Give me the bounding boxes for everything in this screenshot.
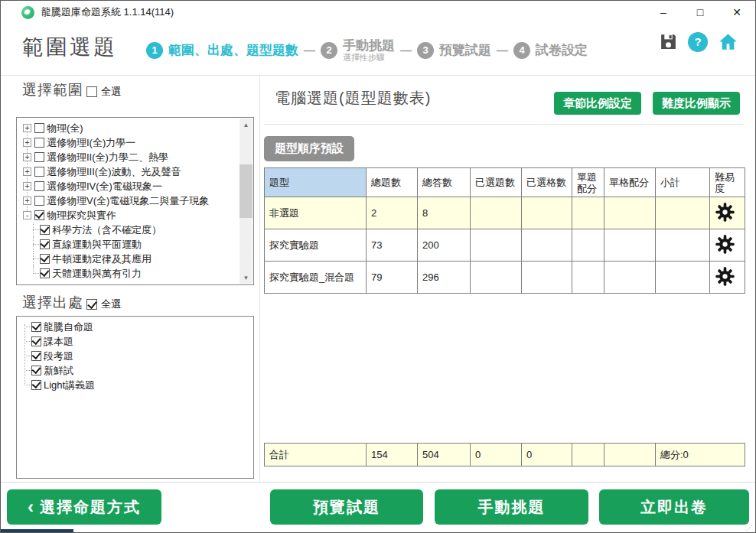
source-list-item[interactable]: 新鮮試 (18, 363, 238, 378)
scope-tree-item[interactable]: + 選修物理I(全)力學一 (20, 135, 238, 150)
cell-selected-cells[interactable] (522, 197, 572, 229)
tree-item-checkbox[interactable] (34, 123, 44, 133)
scope-tree-item[interactable]: + 選修物理II(全)力學二、熱學 (20, 150, 238, 164)
tree-item-checkbox[interactable] (34, 167, 44, 177)
scope-tree-item[interactable]: + 選修物理V(全)電磁現象二與量子現象 (20, 193, 238, 208)
source-item-checkbox[interactable] (31, 366, 41, 375)
gear-icon[interactable] (715, 234, 735, 255)
save-icon[interactable] (659, 32, 678, 51)
source-select-all-label: 全選 (101, 297, 121, 311)
main-separator (264, 124, 743, 125)
cell-selected-questions[interactable] (471, 262, 522, 294)
totals-selected-cells: 0 (522, 444, 572, 466)
column-header-selected-questions: 已選題數 (471, 168, 522, 197)
scope-tree-scrollbar[interactable]: ▲ ▼ (240, 119, 253, 284)
gear-icon[interactable] (715, 202, 735, 223)
back-to-mode-button[interactable]: ‹ 選擇命題方式 (7, 489, 161, 525)
scope-select-all-checkbox[interactable] (86, 86, 97, 97)
scope-tree-item[interactable]: + 選修物理IV(全)電磁現象一 (20, 179, 238, 193)
manual-pick-button[interactable]: 手動挑題 (435, 489, 588, 525)
tree-item-label: 選修物理II(全)力學二、熱學 (47, 151, 168, 164)
question-order-preset-button[interactable]: 題型順序預設 (264, 136, 354, 161)
scope-tree-item[interactable]: + 選修物理III(全)波動、光及聲音 (20, 164, 238, 179)
tree-item-label: 選修物理III(全)波動、光及聲音 (47, 165, 181, 179)
maximize-button[interactable]: □ (682, 1, 719, 24)
cell-selected-cells[interactable] (522, 262, 572, 294)
cell-points-per-question[interactable] (572, 197, 604, 229)
step-3[interactable]: 3 預覽試題 (417, 42, 491, 59)
generate-paper-button[interactable]: 立即出卷 (599, 489, 749, 525)
totals-points-per-cell (604, 444, 656, 466)
scope-tree-item[interactable]: + 物理(全) (20, 121, 238, 135)
cell-points-per-cell[interactable] (604, 262, 656, 294)
cell-points-per-question[interactable] (572, 262, 604, 294)
column-header-type[interactable]: 題型 (265, 168, 367, 197)
tree-item-checkbox[interactable] (34, 196, 44, 206)
help-icon[interactable]: ? (688, 32, 708, 52)
tree-item-checkbox[interactable] (40, 239, 50, 249)
scope-select-all[interactable]: 全選 (86, 85, 121, 99)
scroll-down-icon[interactable]: ▼ (240, 271, 253, 284)
source-list-item[interactable]: 段考題 (18, 349, 238, 363)
home-icon[interactable] (718, 31, 738, 52)
cell-selected-questions[interactable] (471, 197, 522, 229)
source-select-all[interactable]: 全選 (86, 297, 121, 311)
scope-tree-item[interactable]: 牛頓運動定律及其應用 (20, 252, 238, 266)
totals-row: 合計 154 504 0 0 總分:0 (265, 444, 745, 466)
bottom-separator (1, 482, 755, 483)
scroll-thumb[interactable] (240, 164, 253, 218)
source-item-checkbox[interactable] (31, 322, 41, 332)
tree-item-checkbox[interactable] (40, 268, 50, 278)
source-item-checkbox[interactable] (31, 380, 41, 390)
cell-selected-cells[interactable] (522, 229, 572, 262)
tree-item-checkbox[interactable] (34, 138, 44, 148)
scope-tree-item[interactable]: 科學方法（含不確定度） (20, 223, 238, 237)
step-4[interactable]: 4 試卷設定 (513, 42, 588, 59)
scope-tree: + 物理(全) + 選修物理I(全)力學一 + 選修物理II(全)力學二、熱學 … (16, 117, 254, 285)
expander-icon[interactable]: + (23, 138, 31, 147)
cell-points-per-cell[interactable] (604, 197, 656, 229)
expander-icon[interactable]: - (23, 211, 31, 219)
chapter-ratio-button[interactable]: 章節比例設定 (554, 92, 641, 115)
source-list-item[interactable]: 課本題 (18, 334, 238, 349)
cell-points-per-cell[interactable] (604, 229, 656, 262)
expander-icon[interactable]: + (23, 197, 31, 205)
cell-total-questions: 79 (367, 262, 418, 294)
source-item-checkbox[interactable] (31, 351, 41, 361)
step-2[interactable]: 2 手動挑題 選擇性步驟 (321, 38, 395, 62)
scope-tree-item[interactable]: 天體運動與萬有引力 (20, 266, 238, 281)
table-row: 非選題 2 8 (265, 197, 745, 229)
source-item-label: 課本題 (44, 335, 73, 349)
column-header-points-per-cell: 單格配分 (604, 168, 656, 197)
gear-icon[interactable] (715, 266, 735, 287)
preview-questions-button[interactable]: 預覽試題 (270, 489, 423, 525)
tree-item-checkbox[interactable] (34, 152, 44, 162)
tree-item-checkbox[interactable] (34, 181, 44, 191)
tree-item-checkbox[interactable] (40, 225, 50, 235)
difficulty-ratio-button[interactable]: 難度比例顯示 (653, 92, 740, 115)
expander-icon[interactable]: + (23, 153, 31, 161)
resize-grip[interactable]: ⋰ (746, 524, 753, 531)
source-item-checkbox[interactable] (31, 336, 41, 346)
source-select-all-checkbox[interactable] (86, 299, 97, 310)
cell-selected-questions[interactable] (471, 229, 522, 262)
scope-tree-item[interactable]: - 物理探究與實作 (20, 208, 238, 223)
close-button[interactable]: ✕ (719, 1, 755, 24)
source-list-item[interactable]: Light講義題 (18, 378, 238, 392)
panel-divider (259, 76, 260, 482)
cell-difficulty (710, 229, 745, 262)
tree-item-checkbox[interactable] (34, 210, 44, 220)
expander-icon[interactable]: + (23, 182, 31, 190)
header: 範圍選題 1 範圍、出處、題型題數 — 2 手動挑題 選擇性步驟 — 3 預覽試… (1, 24, 755, 76)
expander-icon[interactable]: + (23, 124, 31, 132)
source-list-item[interactable]: 龍騰自命題 (18, 320, 238, 334)
scope-tree-item[interactable]: 直線運動與平面運動 (20, 237, 238, 252)
cell-points-per-question[interactable] (572, 229, 604, 262)
tree-item-checkbox[interactable] (40, 254, 50, 264)
totals-total-answers: 504 (418, 444, 471, 466)
expander-icon[interactable]: + (23, 167, 31, 176)
cell-total-questions: 73 (367, 229, 418, 262)
scroll-up-icon[interactable]: ▲ (240, 119, 253, 131)
cell-subtotal (656, 262, 710, 294)
minimize-button[interactable]: – (645, 1, 682, 24)
